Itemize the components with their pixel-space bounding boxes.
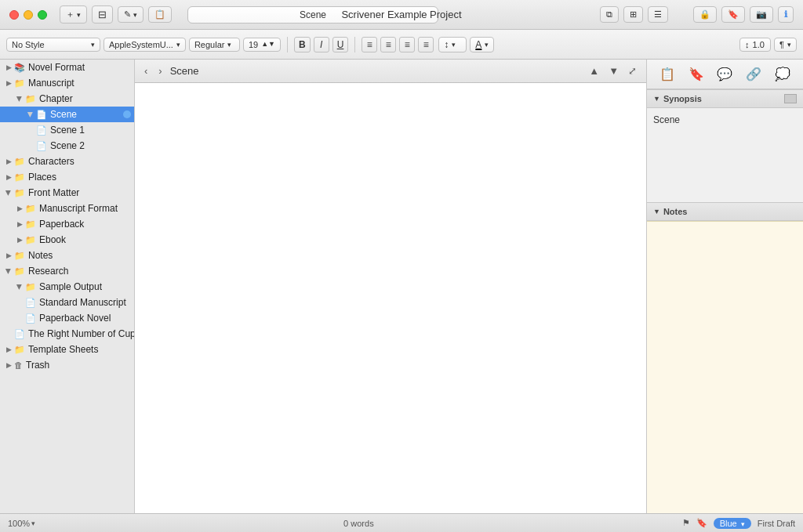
- chapter-arrow: ▶: [16, 93, 24, 104]
- inspector-tab-bookmark[interactable]: 🔖: [684, 63, 709, 85]
- list-icon: ☰: [654, 9, 662, 20]
- sidebar: ▶ 📚 Novel Format ▶ 📁 Manuscript ▶ 📁 Chap…: [0, 60, 135, 513]
- sample-output-arrow: ▶: [16, 281, 24, 292]
- font-dropdown[interactable]: AppleSystemU... ▾: [104, 38, 186, 52]
- sidebar-item-manuscript[interactable]: ▶ 📁 Manuscript: [0, 75, 134, 91]
- novel-format-arrow: ▶: [3, 63, 14, 71]
- sidebar-item-sample-output[interactable]: ▶ 📁 Sample Output: [0, 279, 134, 295]
- sidebar-item-chapter[interactable]: ▶ 📁 Chapter: [0, 91, 134, 107]
- editor-header-right: ▲ ▼ ⤢: [586, 63, 640, 78]
- sep1: [287, 37, 288, 52]
- style-dropdown[interactable]: No Style ▾: [6, 38, 100, 52]
- sidebar-item-notes[interactable]: ▶ 📁 Notes: [0, 248, 134, 263]
- add-button[interactable]: ＋ ▾: [60, 5, 87, 24]
- sidebar-item-ebook[interactable]: ▶ 📁 Ebook: [0, 232, 134, 248]
- sidebar-item-paperback-novel[interactable]: 📄 Paperback Novel: [0, 310, 134, 326]
- delete-button[interactable]: ⊟: [92, 5, 113, 24]
- paragraph-spacing-chevron: ▾: [787, 41, 791, 49]
- inspector-tab-revision[interactable]: 💭: [770, 63, 795, 85]
- expand-button[interactable]: ⤢: [625, 63, 640, 78]
- maximize-button[interactable]: [38, 10, 47, 20]
- underline-button[interactable]: U: [332, 37, 349, 52]
- template-sheets-arrow: ▶: [3, 346, 14, 353]
- notes-body[interactable]: [647, 221, 803, 513]
- sidebar-item-scene2[interactable]: 📄 Scene 2: [0, 138, 134, 154]
- text-color-dropdown[interactable]: A ▾: [470, 37, 494, 52]
- synopsis-image-button[interactable]: [784, 94, 797, 103]
- align-right-button[interactable]: ≡: [399, 37, 415, 52]
- edit-button[interactable]: ✎ ▾: [118, 6, 144, 23]
- weight-dropdown[interactable]: Regular ▾: [189, 38, 240, 52]
- paperback-novel-icon: 📄: [25, 313, 36, 324]
- inspector-tab-comment[interactable]: 💬: [712, 63, 737, 85]
- characters-icon: 📁: [14, 157, 25, 167]
- zoom-control[interactable]: 100% ▾: [8, 519, 35, 528]
- notes-header-label: Notes: [663, 207, 688, 216]
- sidebar-item-places[interactable]: ▶ 📁 Places: [0, 169, 134, 185]
- lock-button[interactable]: 🔒: [693, 6, 717, 23]
- sidebar-item-scene[interactable]: ▶ 📄 Scene: [0, 107, 134, 122]
- sidebar-item-scene1[interactable]: 📄 Scene 1: [0, 122, 134, 138]
- list-button[interactable]: ☰: [648, 6, 668, 23]
- synopsis-section: ▼ Synopsis Scene: [647, 89, 803, 202]
- info-button[interactable]: ℹ: [778, 6, 794, 23]
- scene1-icon: 📄: [36, 125, 47, 136]
- size-control[interactable]: 19 ▲▼: [243, 38, 281, 52]
- novel-format-icon: 📚: [14, 63, 25, 73]
- research-arrow: ▶: [5, 266, 13, 277]
- align-justify-button[interactable]: ≡: [418, 37, 434, 52]
- paragraph-spacing-dropdown[interactable]: ¶ ▾: [774, 38, 797, 52]
- sidebar-item-novel-format[interactable]: ▶ 📚 Novel Format: [0, 60, 134, 75]
- line-spacing-dropdown[interactable]: ↕ ▾: [438, 37, 467, 52]
- sidebar-item-trash[interactable]: ▶ 🗑 Trash: [0, 357, 134, 373]
- edit-icon: ✎: [124, 9, 131, 20]
- line-height-control[interactable]: ↕ 1.0: [739, 38, 771, 52]
- sidebar-item-right-number[interactable]: 📄 The Right Number of Cups -: [0, 326, 134, 342]
- paperback-novel-label: Paperback Novel: [39, 313, 111, 324]
- sample-output-label: Sample Output: [39, 281, 102, 292]
- grid-button[interactable]: ⊞: [623, 6, 643, 23]
- scene1-label: Scene 1: [50, 125, 85, 136]
- editor-body[interactable]: [135, 83, 646, 513]
- sidebar-item-characters[interactable]: ▶ 📁 Characters: [0, 154, 134, 169]
- bold-button[interactable]: B: [294, 37, 311, 52]
- chapter-label: Chapter: [39, 93, 73, 104]
- sidebar-item-standard-manuscript[interactable]: 📄 Standard Manuscript: [0, 295, 134, 310]
- arrow-down-button[interactable]: ▼: [605, 63, 622, 78]
- notepad-button[interactable]: 📋: [148, 6, 172, 23]
- sidebar-item-manuscript-format[interactable]: ▶ 📁 Manuscript Format: [0, 201, 134, 216]
- notes-arrow: ▼: [653, 208, 660, 215]
- format-toolbar: No Style ▾ AppleSystemU... ▾ Regular ▾ 1…: [0, 30, 803, 60]
- close-button[interactable]: [9, 10, 19, 20]
- minimize-button[interactable]: [24, 10, 33, 20]
- bookmark-status-icon: 🔖: [696, 518, 707, 528]
- inspector-tab-link[interactable]: 🔗: [741, 63, 766, 85]
- forward-button[interactable]: ›: [155, 63, 165, 78]
- right-number-label: The Right Number of Cups -: [28, 328, 134, 339]
- back-button[interactable]: ‹: [141, 63, 151, 78]
- revision-tab-icon: 💭: [775, 67, 790, 81]
- align-left-button[interactable]: ≡: [362, 37, 377, 52]
- notes-section: ▼ Notes: [647, 202, 803, 513]
- novel-format-label: Novel Format: [28, 62, 85, 73]
- sidebar-item-research[interactable]: ▶ 📁 Research: [0, 263, 134, 279]
- align-center-button[interactable]: ≡: [380, 37, 396, 52]
- synopsis-text: Scene: [653, 114, 680, 125]
- arrow-up-button[interactable]: ▲: [586, 63, 602, 78]
- synopsis-arrow: ▼: [653, 95, 660, 103]
- sidebar-item-template-sheets[interactable]: ▶ 📁 Template Sheets: [0, 342, 134, 357]
- ebook-arrow: ▶: [14, 236, 25, 244]
- sidebar-item-front-matter[interactable]: ▶ 📁 Front Matter: [0, 185, 134, 201]
- bookmark-button[interactable]: 🔖: [721, 6, 745, 23]
- titlebar: ＋ ▾ ⊟ ✎ ▾ 📋 Scene ⧉ ⊞ ☰ 🔒: [0, 0, 803, 30]
- sidebar-item-paperback[interactable]: ▶ 📁 Paperback: [0, 216, 134, 232]
- manuscript-label: Manuscript: [28, 78, 74, 89]
- inspector-tab-info[interactable]: 📋: [655, 63, 680, 85]
- snapshot-button[interactable]: 📷: [750, 6, 773, 23]
- copy-button[interactable]: ⧉: [600, 6, 619, 23]
- notes-arrow: ▶: [3, 252, 14, 259]
- label-badge[interactable]: Blue ▾: [714, 518, 751, 529]
- italic-button[interactable]: I: [314, 37, 329, 52]
- info-icon: ℹ: [784, 9, 787, 20]
- synopsis-header-label: Synopsis: [663, 94, 702, 103]
